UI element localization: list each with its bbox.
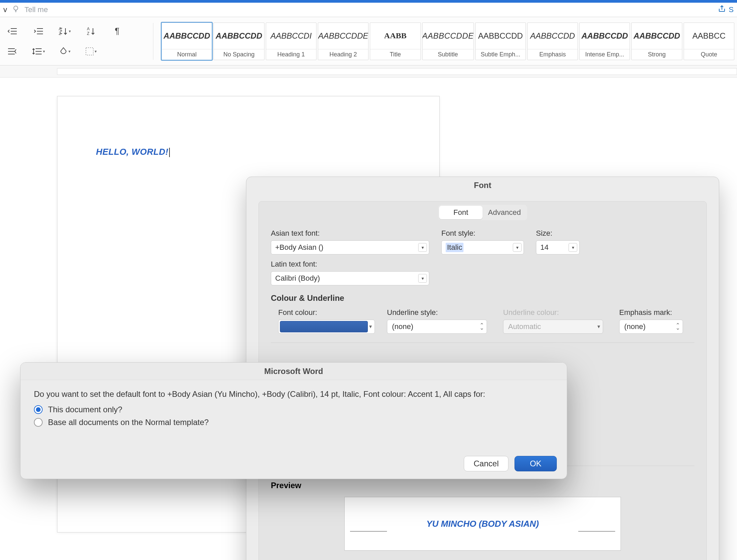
updown-icon[interactable]: ⌃⌄	[480, 324, 484, 329]
line-spacing-icon[interactable]: ▾	[32, 45, 46, 57]
label-underline-style: Underline style:	[387, 308, 491, 317]
tell-me-input[interactable]: Tell me	[24, 5, 48, 14]
document-body-text[interactable]: HELLO, WORLD!	[96, 147, 170, 157]
style-card-strong[interactable]: AABBCCDDStrong	[631, 22, 682, 60]
style-card-emphasis[interactable]: AABBCCDDEmphasis	[527, 22, 578, 60]
style-sample: AABB	[370, 23, 420, 49]
style-label: Heading 1	[266, 49, 316, 60]
view-menu-fragment[interactable]: v	[3, 5, 7, 14]
ok-button[interactable]: OK	[514, 456, 557, 471]
window-top-stripe	[0, 0, 737, 3]
svg-text:Z: Z	[59, 31, 61, 36]
emphasis-mark-combo[interactable]: (none) ⌃⌄	[619, 320, 683, 334]
svg-text:Z: Z	[87, 31, 89, 36]
style-sample: AABBCCDD	[476, 23, 526, 49]
radio-label: Base all documents on the Normal templat…	[48, 418, 209, 427]
set-default-dialog-title: Microsoft Word	[20, 363, 567, 380]
style-card-subtitle[interactable]: AABBCCDDESubtitle	[422, 22, 474, 60]
style-label: Quote	[684, 49, 734, 60]
document-canvas: HELLO, WORLD! Font Font Advanced Asian t…	[0, 78, 737, 558]
chevron-down-icon[interactable]: ▾	[418, 243, 427, 252]
text-direction-icon[interactable]	[5, 45, 19, 57]
style-sample: AABBCCDD	[162, 23, 212, 49]
updown-icon[interactable]: ⌃⌄	[676, 324, 680, 329]
pilcrow-icon[interactable]: ¶	[110, 25, 124, 37]
cancel-button[interactable]: Cancel	[464, 456, 508, 471]
chevron-down-icon[interactable]: ▾	[513, 243, 522, 252]
style-card-heading-1[interactable]: AABBCCDIHeading 1	[266, 22, 316, 60]
font-style-combo[interactable]: Italic ▾	[441, 240, 524, 254]
paragraph-group: AZ▾ AZ ¶ ▾ ▾ ▾	[0, 17, 148, 65]
label-latin-font: Latin text font:	[271, 260, 429, 269]
size-combo[interactable]: 14 ▾	[536, 240, 580, 254]
radio-this-document-only[interactable]: This document only?	[34, 405, 553, 414]
preview-heading: Preview	[271, 481, 694, 490]
borders-icon[interactable]: ▾	[84, 45, 98, 57]
shading-icon[interactable]: ▾	[58, 45, 72, 57]
style-card-normal[interactable]: AABBCCDDNormal	[161, 22, 212, 60]
svg-point-0	[14, 6, 18, 10]
ribbon-separator	[153, 23, 153, 60]
radio-normal-template[interactable]: Base all documents on the Normal templat…	[34, 418, 553, 427]
set-default-question: Do you want to set the default font to +…	[34, 389, 553, 399]
svg-text:A: A	[59, 27, 61, 31]
style-label: Normal	[162, 49, 212, 60]
style-label: Strong	[632, 49, 682, 60]
font-colour-combo[interactable]: ▾	[278, 320, 375, 334]
underline-colour-combo: Automatic ▾	[503, 320, 603, 334]
az-sort-icon[interactable]: AZ	[84, 25, 98, 37]
styles-gallery[interactable]: AABBCCDDNormalAABBCCDDNo SpacingAABBCCDI…	[159, 17, 737, 65]
style-label: Subtle Emph...	[476, 49, 526, 60]
asian-font-combo[interactable]: +Body Asian () ▾	[271, 240, 429, 254]
style-label: Title	[370, 49, 420, 60]
latin-font-combo[interactable]: Calibri (Body) ▾	[271, 271, 429, 285]
style-sample: AABBCCDDE	[318, 23, 368, 49]
font-preview-box: YU MINCHO (BODY ASIAN)	[344, 497, 621, 551]
style-label: Subtitle	[423, 49, 474, 60]
tab-advanced[interactable]: Advanced	[483, 206, 526, 219]
style-label: Emphasis	[528, 49, 578, 60]
label-underline-colour: Underline colour:	[503, 308, 607, 317]
ribbon: AZ▾ AZ ¶ ▾ ▾ ▾ AABBCCDDNormalAABBCCDDNo …	[0, 17, 737, 65]
label-emphasis-mark: Emphasis mark:	[619, 308, 686, 317]
chevron-down-icon: ▾	[597, 325, 600, 328]
style-sample: AABBCC	[684, 23, 734, 49]
chevron-down-icon[interactable]: ▾	[569, 243, 577, 252]
svg-text:A: A	[87, 27, 90, 31]
decrease-indent-icon[interactable]	[5, 25, 19, 37]
share-label-fragment[interactable]: S	[729, 5, 734, 14]
chevron-down-icon[interactable]: ▾	[369, 325, 372, 328]
radio-label: This document only?	[48, 405, 122, 414]
chevron-down-icon[interactable]: ▾	[418, 274, 427, 283]
style-card-heading-2[interactable]: AABBCCDDEHeading 2	[318, 22, 368, 60]
underline-style-combo[interactable]: (none) ⌃⌄	[387, 320, 487, 334]
set-default-dialog: Microsoft Word Do you want to set the de…	[20, 362, 567, 479]
style-card-quote[interactable]: AABBCCQuote	[684, 22, 734, 60]
svg-rect-5	[86, 48, 93, 55]
label-font-colour: Font colour:	[271, 308, 375, 317]
share-icon[interactable]	[718, 5, 726, 15]
style-card-intense-emp-[interactable]: AABBCCDDIntense Emp...	[579, 22, 630, 60]
horizontal-ruler[interactable]	[0, 65, 737, 78]
tab-font[interactable]: Font	[439, 206, 483, 219]
style-card-no-spacing[interactable]: AABBCCDDNo Spacing	[213, 22, 264, 60]
style-card-title[interactable]: AABBTitle	[370, 22, 421, 60]
label-asian-font: Asian text font:	[271, 229, 429, 238]
radio-icon[interactable]	[34, 418, 43, 427]
font-preview-text: YU MINCHO (BODY ASIAN)	[426, 519, 539, 529]
style-sample: AABBCCDD	[214, 23, 264, 49]
style-label: Intense Emp...	[580, 49, 630, 60]
style-sample: AABBCCDD	[528, 23, 578, 49]
text-cursor	[169, 148, 170, 157]
sort-icon[interactable]: AZ▾	[58, 25, 72, 37]
font-dialog-title: Font	[246, 177, 719, 194]
radio-icon[interactable]	[34, 405, 43, 414]
increase-indent-icon[interactable]	[32, 25, 46, 37]
style-card-subtle-emph-[interactable]: AABBCCDDSubtle Emph...	[475, 22, 526, 60]
font-colour-swatch	[280, 321, 368, 332]
style-sample: AABBCCDDE	[423, 23, 474, 49]
font-dialog-tabs: Font Advanced	[259, 201, 706, 220]
label-font-style: Font style:	[441, 229, 524, 238]
style-sample: AABBCCDD	[632, 23, 682, 49]
style-sample: AABBCCDI	[266, 23, 316, 49]
